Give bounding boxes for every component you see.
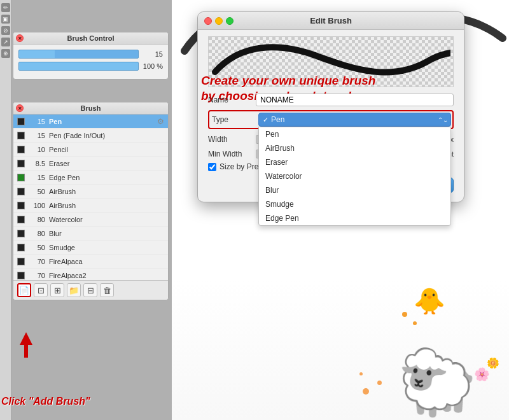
sparkle-dot-1 [363,388,369,395]
brush-color-swatch [17,188,25,195]
name-input[interactable] [256,94,454,106]
gear-icon[interactable]: ⚙ [157,117,164,126]
brush-list-item[interactable]: 80Blur [13,227,168,241]
brush-list-titlebar: ✕ Brush [13,102,168,115]
red-arrow-annotation [17,332,36,358]
tool-icon-3[interactable]: ⊘ [1,26,10,35]
tool-icon-5[interactable]: ⊕ [1,49,10,58]
size-slider-row: 15 [18,50,163,59]
brush-list-body: 15Pen⚙15Pen (Fade In/Out)10Pencil8.5Eras… [13,115,168,280]
type-select-wrapper: ✓ Pen ⌃⌄ PenAirBrushEraserWatercolorBlur… [258,113,451,127]
brush-name: Blur [49,230,164,237]
type-selected-value: Pen [271,115,284,124]
brush-list-item[interactable]: 70FireAlpaca2 [13,269,168,280]
name-row: Name [208,94,454,106]
brush-name: Watercolor [49,216,164,223]
brush-size: 8.5 [27,160,45,167]
copy-brush-button[interactable]: ⊡ [34,283,48,297]
maximize-button[interactable] [226,17,234,25]
minimize-button[interactable] [215,17,223,25]
dropdown-option[interactable]: Smudge [259,197,450,211]
dropdown-option[interactable]: Watercolor [259,169,450,183]
illustration-area: 🐥 🐑 🌸 🌼 [172,280,509,420]
brush-list-item[interactable]: 70FireAlpaca [13,255,168,269]
brush-list-item[interactable]: 50AirBrush [13,185,168,199]
export-brush-button[interactable]: ⊟ [83,283,97,297]
brush-color-swatch [17,174,25,181]
orange-dot-2 [413,321,417,325]
brush-name: AirBrush [49,202,164,209]
sparkle-dot-3 [359,372,363,375]
brush-control-panel: ✕ Brush Control 15 100 % [13,32,169,80]
pressure-checkbox[interactable] [208,163,216,171]
brush-size: 15 [27,174,45,181]
tool-icon-1[interactable]: ✏ [1,3,10,12]
name-label: Name [208,95,256,104]
dropdown-option[interactable]: Blur [259,183,450,197]
brush-size: 70 [27,272,45,279]
brush-list-panel: ✕ Brush 15Pen⚙15Pen (Fade In/Out)10Penci… [13,102,169,300]
traffic-lights [204,17,234,25]
brush-name: AirBrush [49,188,164,195]
brush-name: FireAlpaca2 [49,272,164,279]
opacity-slider-row: 100 % [18,62,163,71]
dropdown-option[interactable]: Edge Pen [259,211,450,225]
brush-color-swatch [17,258,25,265]
size-slider[interactable] [18,50,139,59]
brush-list-close[interactable]: ✕ [16,104,24,112]
brush-size: 100 [27,202,45,209]
tool-icon-2[interactable]: ▣ [1,15,10,24]
brush-size: 80 [27,230,45,237]
opacity-value: 100 % [143,62,163,70]
brush-control-titlebar: ✕ Brush Control [13,32,168,45]
brush-control-title: Brush Control [67,34,115,42]
brush-list-item[interactable]: 100AirBrush [13,199,168,213]
brush-size: 50 [27,188,45,195]
brush-color-swatch [17,202,25,209]
brush-list-item[interactable]: 80Watercolor [13,213,168,227]
type-select-display[interactable]: ✓ Pen ⌃⌄ [258,113,451,127]
add-brush-button[interactable]: 📄 [17,283,31,297]
edit-brush-dialog: Edit Brush Name Type ✓ Pen ⌃⌄ [197,11,464,202]
type-label: Type [211,115,258,124]
close-button[interactable] [204,17,212,25]
brush-list-title: Brush [81,104,101,112]
dropdown-option[interactable]: AirBrush [259,141,450,155]
orange-dot-1 [402,312,407,317]
tool-icon-4[interactable]: ↗ [1,38,10,46]
brush-color-swatch [17,216,25,223]
dropdown-option[interactable]: Eraser [259,155,450,169]
brush-name: Pencil [49,146,164,153]
brush-list-item[interactable]: 15Pen (Fade In/Out) [13,129,168,143]
check-icon: ✓ [263,116,268,124]
brush-color-swatch [17,146,25,153]
type-row-wrapper: Type ✓ Pen ⌃⌄ PenAirBrushEraserWatercolo… [208,110,454,129]
delete-brush-button[interactable]: 🗑 [100,283,114,297]
brush-list-item[interactable]: 50Smudge [13,241,168,255]
brush-list-item[interactable]: 15Edge Pen [13,171,168,185]
brush-toolbar: 📄 ⊡ ⊞ 📁 ⊟ 🗑 [13,280,168,300]
type-dropdown-menu[interactable]: PenAirBrushEraserWatercolorBlurSmudgeEdg… [258,127,451,226]
width-label: Width [208,135,256,144]
opacity-slider[interactable] [18,62,139,71]
type-row: Type ✓ Pen ⌃⌄ PenAirBrushEraserWatercolo… [211,113,451,127]
brush-list-item[interactable]: 10Pencil [13,143,168,157]
brush-size: 15 [27,132,45,139]
brush-name: Edge Pen [49,174,164,181]
left-toolbar: ✏ ▣ ⊘ ↗ ⊕ [0,0,11,420]
import-brush-button[interactable]: ⊞ [50,283,64,297]
svg-marker-0 [20,332,32,358]
brush-name: Smudge [49,244,164,251]
size-value: 15 [143,50,163,58]
min-width-label: Min Width [208,150,256,158]
brush-name: Eraser [49,160,164,167]
brush-list-item[interactable]: 15Pen⚙ [13,115,168,129]
dialog-titlebar: Edit Brush [198,12,464,30]
flower-icon-2: 🌼 [487,357,499,369]
dropdown-option[interactable]: Pen [259,127,450,141]
brush-list-item[interactable]: 8.5Eraser [13,157,168,171]
select-arrow-icon: ⌃⌄ [438,116,448,123]
brush-control-close[interactable]: ✕ [16,34,24,42]
folder-brush-button[interactable]: 📁 [67,283,81,297]
brush-color-swatch [17,160,25,167]
